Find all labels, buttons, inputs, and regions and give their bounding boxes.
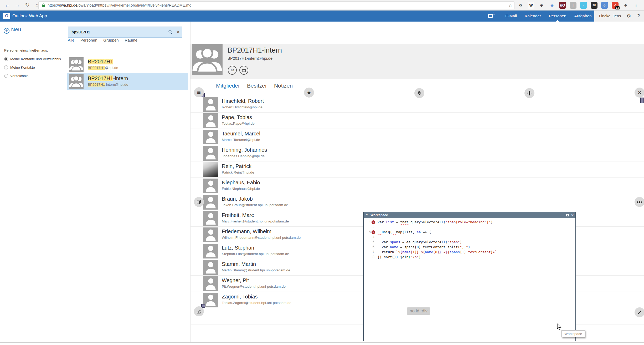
code-line[interactable]: var name = spans[0].textContent.split(",… — [376, 245, 470, 250]
minimize-icon[interactable] — [561, 216, 564, 216]
user-menu[interactable]: Lincke, Jens ▾ — [594, 11, 644, 22]
gear-icon[interactable]: ⚙ — [627, 11, 631, 22]
code-line[interactable]: var spans = ea.querySelectorAll("span") — [376, 240, 462, 245]
search-input[interactable]: bp2017H1 × — [68, 27, 182, 38]
reload-icon[interactable]: ↻ — [24, 2, 31, 8]
halo-resize-button[interactable] — [635, 307, 644, 317]
help-icon[interactable]: ? — [637, 11, 640, 22]
search-result-row[interactable]: BP2017H1-intern BP2017H1-intern@hpi.de — [67, 73, 188, 90]
search-filter-tab[interactable]: Alle — [68, 38, 74, 42]
code-line[interactable]: _.uniq(_.map(list, ea => { — [376, 230, 431, 235]
corner-handle[interactable] — [640, 98, 644, 103]
group-email: BP2017H1-intern@hpi.de — [228, 56, 272, 60]
group-tab[interactable]: Besitzer — [247, 83, 267, 89]
line-number: 6 — [373, 245, 374, 250]
line-number: 7 — [373, 250, 374, 255]
new-button[interactable]: +Neu — [4, 26, 21, 34]
code-line[interactable]: var list = that.querySelectorAll('span[r… — [376, 220, 493, 225]
member-avatar — [203, 97, 218, 112]
halo-inspect-button[interactable] — [635, 197, 644, 207]
member-row[interactable]: Taeumel, Marcel Marcel.Taeumel@hpi.de — [190, 129, 644, 145]
member-row[interactable]: Hirschfeld, Robert Robert.Hirschfeld@hpi… — [190, 96, 644, 113]
bookmark-star-icon[interactable]: ☆ — [508, 3, 512, 8]
video-blocker-icon[interactable]: ⊘ — [538, 2, 545, 9]
search-icon[interactable] — [168, 30, 173, 35]
include-option[interactable]: Verzeichnis — [4, 72, 61, 80]
new-button-label: Neu — [11, 26, 21, 32]
todoist-icon[interactable]: ✓ 14 — [612, 2, 619, 9]
include-option-label: Meine Kontakte — [10, 65, 35, 69]
drive-icon[interactable]: ◆ — [549, 2, 555, 9]
member-row[interactable]: Braun, Jakob Jakob.Braun@student.hpi.uni… — [190, 194, 644, 210]
owa-nav-item[interactable]: E-Mail — [501, 11, 521, 22]
member-avatar — [203, 195, 218, 210]
include-option[interactable]: Meine Kontakte und Verzeichnis — [4, 55, 61, 63]
menu-dots-icon[interactable]: ⋮ — [633, 2, 640, 9]
halo-star-button[interactable]: ★ — [304, 88, 314, 98]
wikipedia-icon[interactable]: W — [528, 2, 534, 9]
group-tab[interactable]: Notizen — [274, 83, 293, 89]
halo-menu-button[interactable]: ≡ — [194, 87, 204, 97]
halo-close-button[interactable]: × — [635, 88, 644, 98]
app-title: Outlook Web App — [12, 11, 47, 22]
search-filter-tabs: Alle Personen Gruppen Räume — [68, 38, 137, 42]
search-filter-tab[interactable]: Räume — [125, 38, 137, 42]
halo-edit-button[interactable] — [194, 306, 204, 316]
hamburger-icon[interactable]: ≡ — [365, 212, 368, 218]
member-row[interactable]: Pape, Tobias Tobias.Pape@hpi.de — [190, 113, 644, 129]
member-email: Stephan.Lutz@student.hpi.uni-potsdam.de — [222, 252, 289, 256]
halo-copy-button[interactable] — [194, 197, 204, 207]
member-email: Patrick.Rein@hpi.de — [222, 170, 254, 174]
search-result-row[interactable]: BP2017H1 BP2017H1@hpi.de — [67, 56, 188, 73]
back-icon[interactable]: ← — [4, 2, 11, 8]
avatar-ext-icon[interactable]: ☺ — [601, 2, 608, 9]
member-avatar — [203, 146, 218, 161]
owa-nav-item[interactable]: Aufgaben — [570, 11, 595, 22]
line-number: 5 — [373, 240, 374, 245]
search-filter-tab[interactable]: Gruppen — [103, 38, 119, 42]
maximize-icon[interactable] — [566, 214, 569, 216]
workspace-titlebar[interactable]: ≡ Workspace × — [364, 212, 575, 218]
code-line[interactable]: return `${name[1]} ${name[0]} <${spans[1… — [376, 250, 497, 255]
group-tabs: Mitglieder Besitzer Notizen — [216, 83, 293, 89]
group-tab[interactable]: Mitglieder — [216, 83, 240, 89]
star-icon: ★ — [307, 89, 311, 96]
group-avatar — [69, 74, 84, 89]
code-line[interactable]: }).sort()).join("\n") — [376, 255, 421, 260]
radio-icon[interactable] — [4, 74, 8, 78]
inbox-icon[interactable]: ✉ — [591, 2, 597, 9]
search-filter-tab[interactable]: Personen — [80, 38, 97, 42]
code-line[interactable] — [376, 225, 378, 230]
include-option[interactable]: Meine Kontakte — [4, 63, 61, 72]
close-icon: × — [638, 90, 641, 96]
pause-ext-icon[interactable]: I — [570, 2, 576, 9]
owa-nav-item[interactable]: Personen — [545, 11, 570, 22]
url-bar[interactable]: https://owa.hpi.de/owa/?load=https://liv… — [38, 1, 514, 9]
line-number: 3 — [369, 230, 371, 235]
halo-move-button[interactable] — [524, 88, 534, 98]
workspace-code[interactable]: 1×var list = that.querySelectorAll('span… — [364, 218, 575, 341]
workspace-window[interactable]: ≡ Workspace × 1×var list = that.querySel… — [363, 212, 576, 341]
owa-nav-item[interactable]: Kalender — [521, 11, 545, 22]
close-icon[interactable]: × — [571, 212, 574, 218]
forward-icon[interactable]: → — [14, 2, 21, 8]
member-row[interactable]: Niephaus, Fabio Fabio.Niephaus@hpi.de — [190, 178, 644, 194]
reminder-calendar-icon[interactable]: 1 — [488, 14, 494, 19]
ublock-icon[interactable]: uO — [559, 2, 566, 9]
code-line[interactable] — [376, 235, 378, 240]
user-name: Lincke, Jens — [599, 11, 621, 22]
share-icon[interactable]: ◦ — [580, 2, 587, 9]
calendar-button[interactable] — [239, 66, 248, 75]
radio-icon[interactable] — [4, 65, 8, 69]
member-row[interactable]: Henning, Johannes Johannes.Henning@hpi.d… — [190, 145, 644, 161]
send-mail-button[interactable]: ✉ — [228, 66, 237, 75]
member-row[interactable]: Rein, Patrick Patrick.Rein@hpi.de — [190, 161, 644, 178]
extension-icon[interactable]: ❖ — [622, 2, 629, 9]
bottom-border — [0, 342, 644, 343]
clear-search-icon[interactable]: × — [177, 27, 179, 37]
recycle-icon[interactable]: ♻ — [517, 2, 524, 9]
plus-icon: + — [4, 28, 9, 34]
radio-icon[interactable] — [4, 57, 8, 61]
owa-header: O Outlook Web App 1 E-Mail Kalender Pers… — [0, 11, 644, 22]
halo-grab-button[interactable] — [414, 88, 424, 98]
